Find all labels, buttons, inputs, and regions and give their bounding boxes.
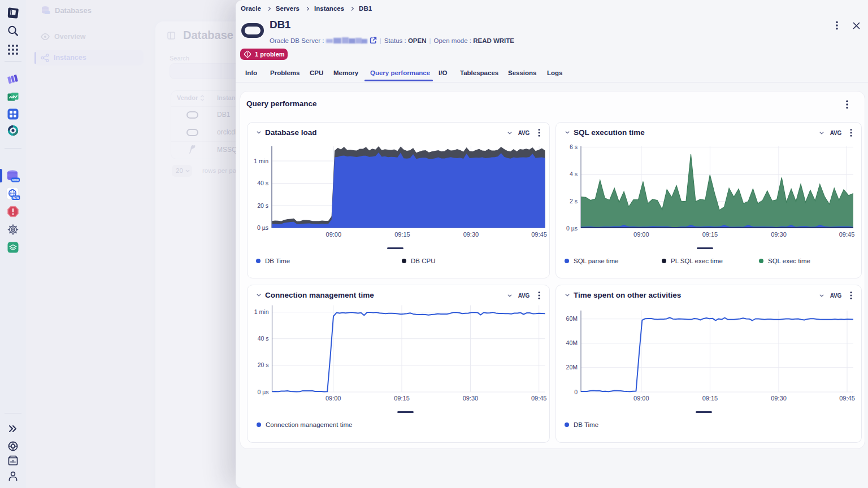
svg-text:09:15: 09:15 <box>702 395 718 402</box>
svg-text:40 s: 40 s <box>258 335 269 342</box>
svg-text:6 s: 6 s <box>570 143 578 150</box>
svg-text:1 min: 1 min <box>254 158 268 164</box>
svg-text:20M: 20M <box>566 364 578 371</box>
svg-text:09:45: 09:45 <box>839 231 855 238</box>
svg-text:1 min: 1 min <box>254 308 269 315</box>
svg-text:09:00: 09:00 <box>633 231 649 238</box>
svg-text:NEW: NEW <box>12 196 19 199</box>
svg-text:09:15: 09:15 <box>702 231 718 238</box>
svg-text:09:45: 09:45 <box>531 395 547 402</box>
svg-text:20 s: 20 s <box>258 361 269 368</box>
svg-text:09:30: 09:30 <box>463 395 479 402</box>
svg-text:09:00: 09:00 <box>326 395 341 402</box>
svg-text:2 s: 2 s <box>570 198 578 204</box>
svg-text:40M: 40M <box>566 339 578 346</box>
svg-text:09:30: 09:30 <box>463 231 479 238</box>
svg-text:40 s: 40 s <box>257 180 268 186</box>
svg-text:09:30: 09:30 <box>771 231 787 238</box>
svg-text:09:30: 09:30 <box>771 395 787 402</box>
svg-text:09:45: 09:45 <box>531 231 547 238</box>
svg-text:60M: 60M <box>566 315 578 322</box>
svg-text:20 s: 20 s <box>257 202 268 209</box>
svg-text:0 µs: 0 µs <box>257 224 268 231</box>
svg-text:09:00: 09:00 <box>633 395 649 402</box>
svg-text:09:45: 09:45 <box>839 395 855 402</box>
svg-text:09:15: 09:15 <box>394 395 410 402</box>
svg-text:0: 0 <box>574 389 578 395</box>
svg-text:09:15: 09:15 <box>394 231 410 238</box>
svg-text:4 s: 4 s <box>570 171 578 177</box>
svg-text:0 µs: 0 µs <box>257 389 268 395</box>
svg-text:0 µs: 0 µs <box>566 225 578 232</box>
svg-text:NEW: NEW <box>12 178 19 182</box>
svg-text:09:00: 09:00 <box>326 231 342 238</box>
